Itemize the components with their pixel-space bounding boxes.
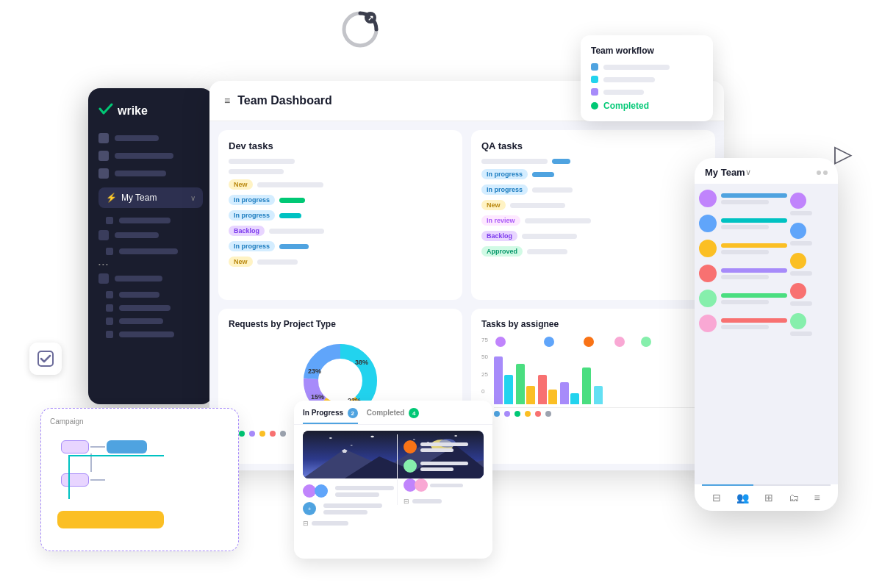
mobile-icon-5[interactable]: ≡ <box>814 492 820 503</box>
dashboard-title: Team Dashboard <box>237 94 639 107</box>
qa-task-new: New <box>481 200 705 210</box>
mobile-user-5 <box>699 290 787 307</box>
qa-backlog-badge: Backlog <box>481 231 517 241</box>
teal-connector-h <box>68 455 164 456</box>
mobile-user-4 <box>699 265 787 282</box>
wrike-logo: wrike <box>98 103 203 118</box>
nav-item-1[interactable] <box>98 133 203 143</box>
sub-item-4[interactable] <box>98 291 203 298</box>
play-icon: ▷ <box>834 140 853 168</box>
new-status-badge: New <box>229 179 253 190</box>
menu-icon: ≡ <box>224 95 230 107</box>
sub-item-3[interactable] <box>98 248 203 255</box>
arrow-h-1 <box>90 446 105 448</box>
mobile-title: My Team <box>705 167 745 178</box>
mobile-left-col <box>699 190 787 340</box>
my-team-button[interactable]: ⚡ My Team ∨ <box>98 187 203 208</box>
workflow-tooltip-title: Team workflow <box>591 46 703 56</box>
workflow-row-3 <box>591 88 703 96</box>
comp-user-3 <box>404 478 483 492</box>
bolt-icon: ⚡ <box>106 193 117 203</box>
scroll-indicator <box>702 484 831 486</box>
mini-panel-tabs: In Progress 2 Completed 4 <box>294 401 492 425</box>
dev-task-new: New <box>229 179 452 190</box>
workflow-row-1 <box>591 63 703 71</box>
svg-point-15 <box>370 436 374 437</box>
svg-point-14 <box>329 437 332 439</box>
completed-col: ⊟ <box>397 434 489 505</box>
tasks-assignee-panel: Tasks by assignee 75 50 25 0 <box>471 309 715 465</box>
mobile-user-3 <box>699 240 787 257</box>
svg-point-8 <box>320 360 361 401</box>
tasks-assignee-title: Tasks by assignee <box>481 319 705 329</box>
workflow-tooltip: Team workflow Completed <box>581 35 713 121</box>
workflow-node-2 <box>107 440 147 453</box>
chevron-down-icon: ∨ <box>190 194 196 202</box>
qa-tasks-title: QA tasks <box>481 140 705 151</box>
arrow-h-2 <box>90 479 105 481</box>
campaign-title: Campaign <box>50 417 229 426</box>
qa-tasks-panel: QA tasks In progress In progress New In … <box>471 130 715 300</box>
workflow-completed: Completed <box>591 101 703 111</box>
completed-tab[interactable]: Completed 4 <box>367 408 419 424</box>
bar-dot-row <box>494 411 705 417</box>
my-team-label: My Team <box>121 193 186 203</box>
sub-item-6[interactable] <box>98 318 203 325</box>
comp-user-1 <box>404 440 483 453</box>
dev-task-inprogress-1: In progress <box>229 195 452 205</box>
inprogress-status-badge-2: In progress <box>229 210 275 220</box>
workflow-node-1 <box>61 440 89 453</box>
qa-task-inprogress-1: In progress <box>481 169 705 179</box>
mobile-user-2 <box>699 215 787 232</box>
wrike-wordmark: wrike <box>118 104 148 118</box>
svg-point-18 <box>351 445 353 446</box>
in-progress-tab[interactable]: In Progress 2 <box>303 408 358 424</box>
svg-text:↗: ↗ <box>368 14 373 22</box>
mobile-options[interactable] <box>817 171 828 175</box>
requests-chart-title: Requests by Project Type <box>229 319 452 329</box>
inprogress-status-badge-3: In progress <box>229 241 275 251</box>
backlog-status-badge: Backlog <box>229 226 265 236</box>
campaign-panel: Campaign <box>40 408 239 551</box>
svg-text:23%: 23% <box>308 368 321 375</box>
sub-item-2[interactable] <box>98 230 203 240</box>
completed-label: Completed <box>603 101 649 111</box>
sub-item-5[interactable] <box>98 304 203 312</box>
mini-tasks-panel: In Progress 2 Completed 4 <box>294 401 492 559</box>
task-row-2 <box>229 169 452 174</box>
bar-chart-area: 75 50 25 0 <box>481 337 705 417</box>
mobile-icon-1[interactable]: ⊟ <box>712 492 721 503</box>
svg-text:38%: 38% <box>355 359 368 366</box>
nav-item-4[interactable] <box>98 273 203 284</box>
workflow-node-amber <box>57 511 164 528</box>
svg-text:15%: 15% <box>311 393 324 401</box>
dev-task-inprogress-2: In progress <box>229 210 452 220</box>
qa-inprogress-badge-1: In progress <box>481 169 528 179</box>
mobile-dropdown-icon[interactable]: ∨ <box>745 168 751 177</box>
mobile-right-col <box>790 190 833 340</box>
sub-item-1[interactable] <box>98 217 203 224</box>
dev-task-inprogress-3: In progress <box>229 241 452 251</box>
qa-task-backlog: Backlog <box>481 231 705 241</box>
qa-task-approved: Approved <box>481 246 705 257</box>
nav-item-2[interactable] <box>98 151 203 161</box>
workflow-row-2 <box>591 76 703 83</box>
qa-inreview-badge: In review <box>481 215 520 226</box>
sub-item-7[interactable] <box>98 331 203 338</box>
mobile-bottom-bar: ⊟ 👥 ⊞ 🗂 ≡ <box>695 484 838 511</box>
mobile-icon-2[interactable]: 👥 <box>736 492 749 503</box>
mobile-icon-4[interactable]: 🗂 <box>789 492 799 503</box>
comp-icon-row: ⊟ <box>404 498 483 505</box>
completed-badge: 4 <box>409 408 419 418</box>
bar-chart <box>494 349 705 408</box>
teal-connector-v <box>68 455 70 499</box>
mini-icon-row: ⊟ <box>303 520 484 527</box>
qa-task-inprogress-2: In progress <box>481 184 705 195</box>
task-row-1 <box>229 159 452 164</box>
nav-item-3[interactable] <box>98 168 203 179</box>
workflow-node-3 <box>61 473 89 487</box>
mobile-app: My Team ∨ <box>695 158 838 511</box>
mobile-icon-3[interactable]: ⊞ <box>764 492 773 503</box>
qa-new-badge: New <box>481 200 506 210</box>
sidebar-app: wrike ⚡ My Team ∨ • • • <box>88 88 213 404</box>
